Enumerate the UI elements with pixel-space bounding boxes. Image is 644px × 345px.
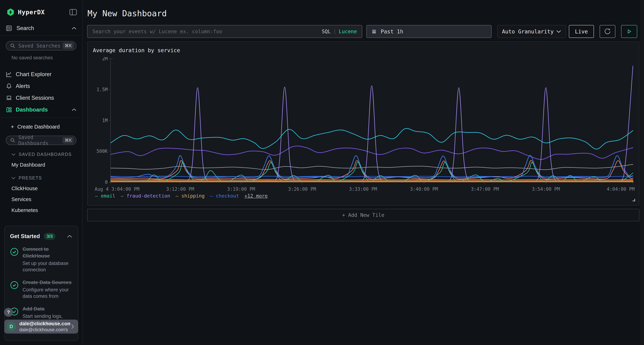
chart-legend: email fraud-detection shipping checkout … (95, 193, 268, 199)
sidebar-item-label: Dashboards (16, 106, 72, 113)
search-icon (10, 43, 16, 48)
sidebar-item-client-sessions[interactable]: Client Sessions (0, 92, 82, 104)
section-label: PRESETS (18, 175, 42, 181)
sidebar: HyperDX Search Saved Searches ⌘K No save… (0, 0, 82, 345)
play-icon (626, 28, 632, 35)
collapse-sidebar-icon[interactable] (69, 9, 77, 15)
laptop-icon (6, 95, 12, 101)
language-toggle-sql[interactable]: SQL (322, 28, 331, 34)
series-unlabeled-gray (110, 164, 633, 170)
legend-item-fraud-detection[interactable]: fraud-detection (121, 193, 170, 199)
chevron-down-icon (11, 176, 16, 180)
live-button[interactable]: Live (569, 25, 594, 38)
line-chart[interactable]: 2M1.5M1M500K0Aug 4 3:04:00 PM3:12:00 PM3… (83, 57, 637, 193)
svg-text:3:54:00 PM: 3:54:00 PM (532, 186, 560, 192)
scrollbar[interactable] (640, 0, 644, 345)
svg-text:1M: 1M (102, 118, 108, 123)
avatar: D (6, 322, 16, 332)
get-started-step[interactable]: Connect to ClickHouse Set up your databa… (10, 246, 72, 273)
chevron-up-icon[interactable] (72, 108, 77, 111)
add-new-tile-button[interactable]: + Add New Tile (87, 209, 639, 221)
saved-searches-input[interactable]: Saved Searches ⌘K (6, 41, 76, 50)
main-content: My New Dashboard Search your events w/ L… (83, 0, 640, 345)
sidebar-item-label: Chart Explorer (16, 71, 77, 78)
divider (0, 117, 82, 118)
svg-text:3:47:00 PM: 3:47:00 PM (471, 186, 499, 192)
saved-dashboards-input[interactable]: Saved Dashboards ⌘K (6, 136, 76, 145)
step-desc: Configure where your data comes from (22, 287, 76, 300)
legend-item-shipping[interactable]: shipping (176, 193, 205, 199)
user-org: dale@clickhouse.com's (19, 327, 70, 333)
chart-explorer-icon (6, 71, 12, 78)
chevron-right-icon (70, 324, 75, 329)
tile-resize-handle[interactable] (632, 199, 635, 201)
sidebar-item-kubernetes[interactable]: Kubernetes (0, 207, 82, 213)
sidebar-item-label: Alerts (16, 83, 77, 89)
user-menu[interactable]: D dale@clickhouse.com dale@clickhouse.co… (4, 320, 78, 334)
series-unlabeled-cyan (110, 128, 633, 149)
get-started-progress-badge: 3/3 (44, 233, 56, 240)
get-started-step[interactable]: Create Data Sources Configure where your… (10, 279, 72, 300)
dashboard-tile[interactable]: Average duration by service 2M1.5M1M500K… (87, 41, 639, 206)
check-circle-icon (10, 281, 18, 289)
sidebar-item-clickhouse[interactable]: ClickHouse (0, 186, 82, 191)
chevron-down-icon (556, 30, 561, 33)
plus-icon: + (11, 123, 14, 130)
refresh-icon (604, 27, 611, 35)
saved-dashboards-placeholder: Saved Dashboards (18, 134, 62, 146)
sidebar-item-alerts[interactable]: Alerts (0, 80, 82, 92)
svg-text:500K: 500K (96, 149, 108, 154)
svg-text:4:04:00 PM: 4:04:00 PM (606, 186, 635, 192)
svg-text:3:40:00 PM: 3:40:00 PM (410, 186, 438, 192)
svg-text:3:12:00 PM: 3:12:00 PM (166, 186, 194, 192)
divider: | (333, 28, 336, 34)
step-desc: Set up your database connection (22, 260, 74, 273)
play-button[interactable] (621, 25, 637, 38)
create-dashboard-button[interactable]: + Create Dashboard (0, 122, 82, 132)
dashboards-icon (6, 106, 12, 113)
event-search-input[interactable]: Search your events w/ Lucene ex. column:… (87, 25, 362, 38)
legend-item-email[interactable]: email (95, 193, 116, 199)
shortcut-badge: ⌘K (62, 137, 74, 144)
step-title: Add Data (22, 306, 76, 312)
search-placeholder: Search your events w/ Lucene ex. column:… (92, 28, 322, 34)
bell-icon (6, 83, 12, 89)
chevron-up-icon[interactable] (72, 26, 77, 30)
saved-searches-placeholder: Saved Searches (18, 43, 62, 49)
legend-item-checkout[interactable]: checkout (210, 193, 239, 199)
step-title: Create Data Sources (22, 279, 76, 286)
chevron-up-icon[interactable] (67, 235, 72, 238)
svg-text:2M: 2M (102, 57, 108, 61)
help-button[interactable]: ? (4, 308, 13, 317)
sidebar-item-dashboards[interactable]: Dashboards (0, 104, 82, 116)
time-range-picker[interactable]: Past 1h (366, 25, 492, 38)
granularity-select[interactable]: Auto Granularity (497, 25, 566, 38)
sidebar-nav: Chart Explorer Alerts Client Sessions Da… (0, 68, 82, 118)
page-title: My New Dashboard (88, 8, 167, 18)
app-title: HyperDX (18, 8, 69, 16)
sidebar-item-chart-explorer[interactable]: Chart Explorer (0, 68, 82, 80)
chevron-down-icon (11, 153, 16, 156)
legend-more-link[interactable]: +12 more (244, 193, 268, 199)
series-unlabeled-darkorange (110, 181, 633, 181)
svg-text:0: 0 (105, 179, 108, 185)
sidebar-item-services[interactable]: Services (0, 196, 82, 202)
refresh-button[interactable] (600, 25, 616, 38)
series-unlabeled-purple (110, 146, 633, 159)
sidebar-item-my-dashboard[interactable]: My Dashboard (0, 162, 82, 168)
svg-text:3:33:00 PM: 3:33:00 PM (349, 186, 377, 192)
series-fraud-detection (110, 66, 633, 184)
shortcut-badge: ⌘K (62, 42, 74, 49)
section-label: SAVED DASHBOARDS (18, 152, 72, 157)
no-saved-searches-text: No saved searches (0, 55, 82, 61)
granularity-value: Auto Granularity (502, 28, 556, 35)
create-dashboard-label: Create Dashboard (17, 124, 60, 130)
journal-icon (6, 25, 12, 31)
language-toggle-lucene[interactable]: Lucene (339, 28, 357, 34)
section-presets[interactable]: PRESETS (0, 175, 82, 181)
sidebar-item-search[interactable]: Search (0, 25, 82, 36)
svg-text:3:19:00 PM: 3:19:00 PM (227, 186, 255, 192)
svg-text:Aug 4 3:04:00 PM: Aug 4 3:04:00 PM (95, 186, 139, 192)
section-saved-dashboards[interactable]: SAVED DASHBOARDS (0, 152, 82, 157)
hyperdx-logo-icon (6, 8, 15, 16)
